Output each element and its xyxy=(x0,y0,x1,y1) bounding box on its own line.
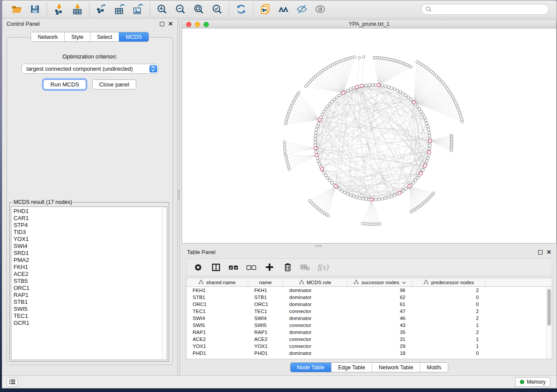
memory-button-label: Memory xyxy=(527,379,546,385)
close-panel-icon[interactable]: ✕ xyxy=(168,22,173,26)
column-header-successor-nodes[interactable]: successor nodes xyxy=(348,278,412,286)
mcds-result-listbox[interactable]: PHD1CAR1STP4TID3YOX1SWI4SRD1PMA2FKH1ACE2… xyxy=(11,206,167,360)
cell-shared_name: PHD1 xyxy=(187,350,248,357)
open-file-icon[interactable] xyxy=(10,3,23,16)
mcds-result-item[interactable]: STP4 xyxy=(14,222,161,229)
memory-button[interactable]: Memory xyxy=(515,377,550,387)
desktop: Control Panel ✕ Network Style Select MCD… xyxy=(0,0,557,392)
search-box[interactable] xyxy=(421,4,549,15)
refresh-view-icon[interactable] xyxy=(235,3,248,16)
select-all-icon[interactable] xyxy=(227,261,241,274)
cell-successor_nodes: 61 xyxy=(348,301,412,308)
network-window-titlebar[interactable]: YPA_prune.txt_1 xyxy=(182,20,557,28)
column-header-MCDS-role[interactable]: MCDS role xyxy=(283,278,348,286)
close-table-panel-icon[interactable]: ✕ xyxy=(547,250,551,254)
table-row[interactable]: SWI5SWI5connector431 xyxy=(187,322,546,329)
cell-predecessor_nodes: 1 xyxy=(412,343,486,350)
tab-select[interactable]: Select xyxy=(90,32,119,41)
tab-mcds[interactable]: MCDS xyxy=(119,32,149,41)
column-header-name[interactable]: name xyxy=(248,278,283,286)
mcds-result-item[interactable]: FKH1 xyxy=(14,264,161,271)
mcds-result-item[interactable]: ACE2 xyxy=(14,271,161,278)
mcds-result-item[interactable]: YOX1 xyxy=(14,236,161,243)
mcds-result-item[interactable]: TEC1 xyxy=(14,313,161,320)
criterion-select[interactable]: largest connected component (undirected) xyxy=(21,64,159,74)
column-header-predecessor-nodes[interactable]: predecessor nodes xyxy=(412,278,486,286)
control-panel: Control Panel ✕ Network Style Select MCD… xyxy=(2,18,177,375)
find-binoculars-icon[interactable] xyxy=(277,3,290,16)
cell-name: RAP1 xyxy=(248,329,283,336)
save-icon[interactable] xyxy=(28,3,42,16)
mcds-result-item[interactable]: PHD1 xyxy=(14,208,161,215)
mcds-result-item[interactable]: SRD1 xyxy=(14,250,161,257)
tab-node-table[interactable]: Node Table xyxy=(291,363,331,372)
zoom-out-icon[interactable] xyxy=(174,3,187,16)
float-panel-icon[interactable] xyxy=(160,22,164,26)
mcds-result-item[interactable]: RAP1 xyxy=(14,292,161,299)
table-scrollbar-thumb[interactable] xyxy=(547,289,551,326)
run-mcds-button[interactable]: Run MCDS xyxy=(43,79,86,89)
toolbar-separator xyxy=(229,2,229,16)
table-row[interactable]: FKH1FKH1dominator962 xyxy=(187,287,546,294)
splitter-handle[interactable] xyxy=(178,190,180,199)
table-row[interactable]: ORC1ORC1dominator610 xyxy=(187,301,546,308)
export-network-icon[interactable] xyxy=(95,3,108,16)
hide-eye-icon[interactable] xyxy=(295,3,308,16)
table-row[interactable]: ACE2ACE2connector311 xyxy=(187,336,546,343)
network-canvas[interactable] xyxy=(182,28,557,244)
close-window-icon[interactable] xyxy=(186,22,191,27)
sort-desc-icon[interactable] xyxy=(402,280,406,285)
show-eye-icon[interactable] xyxy=(314,3,327,16)
maximize-window-icon[interactable] xyxy=(204,22,209,27)
table-settings-gear-icon[interactable] xyxy=(191,261,205,274)
add-column-icon[interactable] xyxy=(263,261,277,274)
close-panel-button[interactable]: Close panel xyxy=(92,79,136,89)
tab-network-table[interactable]: Network Table xyxy=(372,363,420,372)
mcds-result-item[interactable]: SWI5 xyxy=(14,306,161,313)
table-row[interactable]: PHD1PHD1dominator180 xyxy=(187,350,546,357)
tab-network[interactable]: Network xyxy=(31,32,64,41)
cell-successor_nodes: 47 xyxy=(348,308,412,315)
clone-network-icon[interactable] xyxy=(259,3,272,16)
delete-column-icon[interactable] xyxy=(280,261,294,274)
column-header-shared-name[interactable]: shared name xyxy=(187,278,248,286)
zoom-fit-icon[interactable] xyxy=(192,3,205,16)
minimize-window-icon[interactable] xyxy=(195,22,200,27)
mcds-result-item[interactable]: TID3 xyxy=(14,229,161,236)
mcds-result-item[interactable]: CAR1 xyxy=(14,215,161,222)
mcds-result-item[interactable]: ORC1 xyxy=(14,285,161,292)
zoom-selected-icon[interactable] xyxy=(211,3,224,16)
tree-icon xyxy=(354,280,359,285)
cell-name: SWI4 xyxy=(248,315,283,322)
zoom-in-icon[interactable] xyxy=(156,3,169,16)
task-history-button[interactable] xyxy=(7,378,18,387)
table-row[interactable]: YOX1YOX1connector291 xyxy=(187,343,546,350)
tab-motifs[interactable]: Motifs xyxy=(420,363,448,372)
mcds-result-item[interactable]: STB1 xyxy=(14,299,161,306)
table-scrollbar[interactable] xyxy=(546,287,552,359)
tab-edge-table[interactable]: Edge Table xyxy=(331,363,372,372)
mcds-scrollbar[interactable] xyxy=(162,207,167,360)
mcds-result-item[interactable]: SWI4 xyxy=(14,243,161,250)
table-row[interactable]: RAP1RAP1dominator352 xyxy=(187,329,546,336)
search-input[interactable] xyxy=(434,6,544,12)
optimization-criterion-label: Optimization criterion: xyxy=(7,53,173,60)
cell-shared_name: FKH1 xyxy=(187,287,248,294)
show-column-icon[interactable] xyxy=(209,261,223,274)
tab-style[interactable]: Style xyxy=(64,32,90,41)
export-table-icon[interactable] xyxy=(113,3,126,16)
main-area: Control Panel ✕ Network Style Select MCD… xyxy=(2,18,557,375)
cell-successor_nodes: 31 xyxy=(348,336,412,343)
import-network-icon[interactable] xyxy=(52,3,66,16)
table-row[interactable]: STB1STB1dominator620 xyxy=(187,294,546,301)
import-table-icon[interactable] xyxy=(71,3,84,16)
table-row[interactable]: SWI4SWI4dominator462 xyxy=(187,315,546,322)
cell-mcds_role: connector xyxy=(283,336,348,343)
deselect-all-icon[interactable] xyxy=(245,261,259,274)
table-row[interactable]: TEC1TEC1connector472 xyxy=(187,308,546,315)
mcds-result-item[interactable]: STB5 xyxy=(14,278,161,285)
export-image-icon[interactable] xyxy=(131,3,145,16)
float-table-panel-icon[interactable] xyxy=(538,250,543,254)
mcds-result-item[interactable]: PMA2 xyxy=(14,257,161,264)
mcds-result-item[interactable]: GCR1 xyxy=(14,320,161,327)
